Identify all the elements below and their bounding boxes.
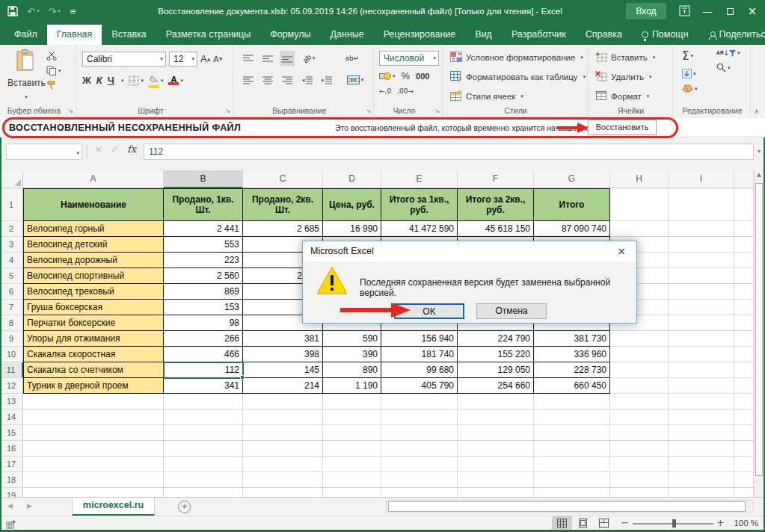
cell-D11[interactable]: 890 [323,362,381,378]
cell-I10[interactable] [669,347,734,362]
zoom-out-icon[interactable]: − [621,517,629,528]
cell-J7[interactable] [734,300,754,315]
cell-F16[interactable] [458,441,534,457]
row-header-11[interactable]: 11 [0,362,23,378]
cell-B10[interactable]: 466 [164,347,243,362]
row-header-3[interactable]: 3 [0,237,23,253]
cell-A8[interactable]: Перчатки боксерские [23,315,164,331]
cell-H11[interactable] [610,362,669,378]
cell-C18[interactable] [243,472,323,488]
cell-E1[interactable]: Итого за 1кв., руб. [381,188,458,221]
cell-G1[interactable]: Итого [534,188,610,221]
cell-H9[interactable] [610,331,669,347]
row-header-12[interactable]: 12 [0,378,23,394]
ribbon-tab-9[interactable]: Разработчик [502,25,576,45]
column-header-D[interactable]: D [323,170,381,188]
cell-C9[interactable]: 381 [243,331,323,347]
cell-E12[interactable]: 405 790 [381,378,458,394]
cell-A5[interactable]: Велосипед спортивный [23,268,164,284]
cell-H12[interactable] [610,378,669,394]
cell-J12[interactable] [734,378,754,394]
cell-H19[interactable] [610,488,669,497]
cell-J14[interactable] [734,409,754,425]
wrap-text-icon[interactable]: ab↵ [342,51,362,66]
cell-J2[interactable] [734,221,754,237]
cell-B18[interactable] [164,472,243,488]
cell-I19[interactable] [669,488,734,497]
cell-F17[interactable] [458,457,534,472]
cell-E15[interactable] [381,425,458,441]
row-header-5[interactable]: 5 [0,268,23,284]
cell-C11[interactable]: 145 [243,362,323,378]
ribbon-tab-4[interactable]: Разметка страницы [156,25,260,45]
cell-A10[interactable]: Скакалка скоростная [23,347,164,362]
cell-D9[interactable]: 590 [323,331,381,347]
row-header-6[interactable]: 6 [0,284,23,300]
cell-E13[interactable] [381,394,458,409]
copy-icon[interactable]: ▾ [46,66,61,75]
normal-view-button[interactable] [552,516,572,530]
ribbon-tab-7[interactable]: Рецензирование [374,25,466,45]
row-header-14[interactable]: 14 [0,409,23,425]
cell-E9[interactable]: 156 940 [381,331,458,347]
cell-B5[interactable]: 2 560 [164,268,243,284]
cell-B15[interactable] [164,425,243,441]
minimize-button[interactable]: — [696,0,719,22]
cell-J4[interactable] [734,253,754,268]
cell-A13[interactable] [23,394,164,409]
align-middle-icon[interactable] [260,51,275,66]
conditional-formatting-button[interactable]: Условное форматирование▾ [450,49,583,66]
page-layout-view-button[interactable] [573,516,593,530]
cell-I9[interactable] [669,331,734,347]
accounting-format-icon[interactable]: ▾ [379,72,396,81]
cell-styles-button[interactable]: Стили ячеек▾ [450,88,523,105]
clear-button[interactable]: ▾ [682,84,698,93]
cell-I12[interactable] [669,378,734,394]
cell-A11[interactable]: Скакалка со счетчиком [23,362,164,378]
row-header-19[interactable]: 19 [0,488,23,497]
cut-icon[interactable] [46,51,61,61]
number-format-select[interactable]: Числовой▾ [379,51,439,66]
cell-G10[interactable]: 336 960 [534,347,610,362]
cell-G13[interactable] [534,394,610,409]
row-header-13[interactable]: 13 [0,394,23,409]
cell-G18[interactable] [534,472,610,488]
cell-D13[interactable] [323,394,381,409]
underline-button[interactable]: Ч [108,72,114,88]
autosum-button[interactable]: Σ▾ [682,49,698,63]
cell-F10[interactable]: 155 220 [458,347,534,362]
cell-G12[interactable]: 660 450 [534,378,610,394]
align-top-icon[interactable] [241,51,256,66]
cell-I13[interactable] [669,394,734,409]
cell-B1[interactable]: Продано, 1кв. Шт. [164,188,243,221]
cell-A9[interactable]: Упоры для отжимания [23,331,164,347]
cell-E18[interactable] [381,472,458,488]
cell-F14[interactable] [458,409,534,425]
cell-A14[interactable] [23,409,164,425]
bold-button[interactable]: Ж [82,72,91,88]
insert-function-icon[interactable]: fx [127,143,136,155]
cell-E11[interactable]: 99 680 [381,362,458,378]
zoom-level[interactable]: 100 % [724,519,758,528]
vertical-scrollbar[interactable]: ▲ [754,170,764,497]
horizontal-scrollbar[interactable] [386,500,754,513]
cell-C13[interactable] [243,394,323,409]
cell-I15[interactable] [669,425,734,441]
cell-C16[interactable] [243,441,323,457]
cell-I11[interactable] [669,362,734,378]
cell-I16[interactable] [669,441,734,457]
align-bottom-icon[interactable] [280,51,295,66]
grow-font-button[interactable]: А▲ [200,51,210,66]
column-header-H[interactable]: H [610,170,669,188]
row-header-16[interactable]: 16 [0,441,23,457]
column-header-A[interactable]: A [23,170,164,188]
sign-in-button[interactable]: Вход [626,3,666,19]
cell-J8[interactable] [734,315,754,331]
cell-D15[interactable] [323,425,381,441]
cell-B17[interactable] [164,457,243,472]
ribbon-tab-3[interactable]: Вставка [102,25,156,45]
cell-G9[interactable]: 381 730 [534,331,610,347]
enter-entry-icon[interactable]: ✓ [111,143,119,155]
cell-C17[interactable] [243,457,323,472]
shrink-font-button[interactable]: А▼ [213,51,222,66]
